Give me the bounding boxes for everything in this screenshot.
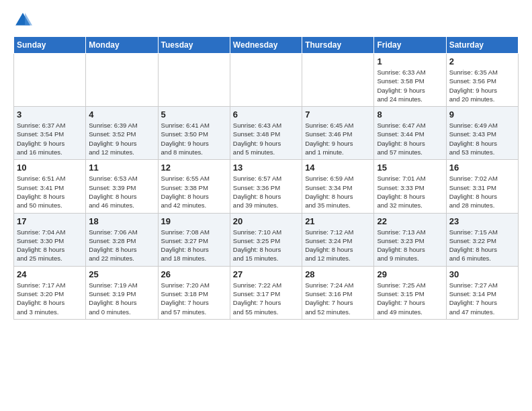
day-detail: Sunrise: 7:02 AM Sunset: 3:31 PM Dayligh… xyxy=(449,174,515,210)
day-number: 18 xyxy=(89,216,154,226)
col-header-friday: Friday xyxy=(374,37,446,54)
day-number: 20 xyxy=(233,216,299,226)
week-row-5: 24Sunrise: 7:17 AM Sunset: 3:20 PM Dayli… xyxy=(14,266,519,319)
logo xyxy=(13,11,35,30)
header-row: SundayMondayTuesdayWednesdayThursdayFrid… xyxy=(14,37,519,54)
week-row-4: 17Sunrise: 7:04 AM Sunset: 3:30 PM Dayli… xyxy=(14,213,519,266)
col-header-saturday: Saturday xyxy=(446,37,518,54)
day-detail: Sunrise: 6:57 AM Sunset: 3:36 PM Dayligh… xyxy=(233,174,299,210)
day-cell: 4Sunrise: 6:39 AM Sunset: 3:52 PM Daylig… xyxy=(86,107,158,160)
week-row-2: 3Sunrise: 6:37 AM Sunset: 3:54 PM Daylig… xyxy=(14,107,519,160)
svg-marker-1 xyxy=(25,13,32,26)
day-cell: 24Sunrise: 7:17 AM Sunset: 3:20 PM Dayli… xyxy=(14,266,86,319)
page: SundayMondayTuesdayWednesdayThursdayFrid… xyxy=(0,0,532,326)
day-detail: Sunrise: 7:17 AM Sunset: 3:20 PM Dayligh… xyxy=(17,281,83,316)
week-row-3: 10Sunrise: 6:51 AM Sunset: 3:41 PM Dayli… xyxy=(14,160,519,213)
day-number: 16 xyxy=(449,163,515,173)
day-detail: Sunrise: 6:55 AM Sunset: 3:38 PM Dayligh… xyxy=(161,174,227,210)
day-number: 10 xyxy=(17,163,83,173)
day-detail: Sunrise: 6:47 AM Sunset: 3:44 PM Dayligh… xyxy=(377,121,443,156)
day-cell: 21Sunrise: 7:12 AM Sunset: 3:24 PM Dayli… xyxy=(302,213,374,266)
day-detail: Sunrise: 7:25 AM Sunset: 3:15 PM Dayligh… xyxy=(377,281,443,316)
day-detail: Sunrise: 6:49 AM Sunset: 3:43 PM Dayligh… xyxy=(449,121,515,156)
day-number: 2 xyxy=(449,56,515,66)
day-cell: 20Sunrise: 7:10 AM Sunset: 3:25 PM Dayli… xyxy=(230,213,302,266)
day-number: 23 xyxy=(449,216,515,226)
day-cell: 23Sunrise: 7:15 AM Sunset: 3:22 PM Dayli… xyxy=(446,213,518,266)
day-cell xyxy=(302,54,374,107)
day-detail: Sunrise: 7:15 AM Sunset: 3:22 PM Dayligh… xyxy=(449,228,515,263)
day-number: 28 xyxy=(305,269,371,279)
day-cell: 13Sunrise: 6:57 AM Sunset: 3:36 PM Dayli… xyxy=(230,160,302,213)
day-cell: 2Sunrise: 6:35 AM Sunset: 3:56 PM Daylig… xyxy=(446,54,518,107)
day-number: 21 xyxy=(305,216,371,226)
day-cell: 22Sunrise: 7:13 AM Sunset: 3:23 PM Dayli… xyxy=(374,213,446,266)
day-number: 1 xyxy=(377,56,443,66)
day-cell xyxy=(14,54,86,107)
day-number: 15 xyxy=(377,163,443,173)
day-cell: 28Sunrise: 7:24 AM Sunset: 3:16 PM Dayli… xyxy=(302,266,374,319)
day-cell xyxy=(230,54,302,107)
day-number: 27 xyxy=(233,269,299,279)
day-cell: 16Sunrise: 7:02 AM Sunset: 3:31 PM Dayli… xyxy=(446,160,518,213)
day-detail: Sunrise: 6:53 AM Sunset: 3:39 PM Dayligh… xyxy=(89,174,154,210)
day-number: 9 xyxy=(449,109,515,120)
day-cell: 6Sunrise: 6:43 AM Sunset: 3:48 PM Daylig… xyxy=(230,107,302,160)
week-row-1: 1Sunrise: 6:33 AM Sunset: 3:58 PM Daylig… xyxy=(14,54,519,107)
calendar-table: SundayMondayTuesdayWednesdayThursdayFrid… xyxy=(13,36,519,320)
day-number: 24 xyxy=(17,269,83,279)
day-number: 17 xyxy=(17,216,83,226)
day-detail: Sunrise: 6:45 AM Sunset: 3:46 PM Dayligh… xyxy=(305,121,371,156)
day-detail: Sunrise: 6:35 AM Sunset: 3:56 PM Dayligh… xyxy=(449,68,515,103)
day-cell: 17Sunrise: 7:04 AM Sunset: 3:30 PM Dayli… xyxy=(14,213,86,266)
day-detail: Sunrise: 7:27 AM Sunset: 3:14 PM Dayligh… xyxy=(449,281,515,316)
header xyxy=(13,11,519,30)
day-number: 13 xyxy=(233,163,299,173)
col-header-tuesday: Tuesday xyxy=(158,37,230,54)
day-detail: Sunrise: 6:59 AM Sunset: 3:34 PM Dayligh… xyxy=(305,174,371,210)
day-detail: Sunrise: 7:22 AM Sunset: 3:17 PM Dayligh… xyxy=(233,281,299,316)
day-number: 30 xyxy=(449,269,515,279)
day-number: 26 xyxy=(161,269,227,279)
day-cell: 9Sunrise: 6:49 AM Sunset: 3:43 PM Daylig… xyxy=(446,107,518,160)
day-cell: 26Sunrise: 7:20 AM Sunset: 3:18 PM Dayli… xyxy=(158,266,230,319)
day-number: 29 xyxy=(377,269,443,279)
day-cell: 19Sunrise: 7:08 AM Sunset: 3:27 PM Dayli… xyxy=(158,213,230,266)
day-cell: 29Sunrise: 7:25 AM Sunset: 3:15 PM Dayli… xyxy=(374,266,446,319)
day-cell: 7Sunrise: 6:45 AM Sunset: 3:46 PM Daylig… xyxy=(302,107,374,160)
day-cell: 27Sunrise: 7:22 AM Sunset: 3:17 PM Dayli… xyxy=(230,266,302,319)
day-number: 22 xyxy=(377,216,443,226)
day-cell xyxy=(158,54,230,107)
day-detail: Sunrise: 6:41 AM Sunset: 3:50 PM Dayligh… xyxy=(161,121,227,156)
col-header-wednesday: Wednesday xyxy=(230,37,302,54)
day-detail: Sunrise: 7:12 AM Sunset: 3:24 PM Dayligh… xyxy=(305,228,371,263)
day-detail: Sunrise: 7:19 AM Sunset: 3:19 PM Dayligh… xyxy=(89,281,154,316)
day-cell: 10Sunrise: 6:51 AM Sunset: 3:41 PM Dayli… xyxy=(14,160,86,213)
day-number: 8 xyxy=(377,109,443,120)
day-cell: 18Sunrise: 7:06 AM Sunset: 3:28 PM Dayli… xyxy=(86,213,158,266)
day-detail: Sunrise: 6:43 AM Sunset: 3:48 PM Dayligh… xyxy=(233,121,299,156)
col-header-monday: Monday xyxy=(86,37,158,54)
day-detail: Sunrise: 7:13 AM Sunset: 3:23 PM Dayligh… xyxy=(377,228,443,263)
day-detail: Sunrise: 7:20 AM Sunset: 3:18 PM Dayligh… xyxy=(161,281,227,316)
day-number: 19 xyxy=(161,216,227,226)
day-cell: 5Sunrise: 6:41 AM Sunset: 3:50 PM Daylig… xyxy=(158,107,230,160)
col-header-thursday: Thursday xyxy=(302,37,374,54)
day-number: 12 xyxy=(161,163,227,173)
day-cell: 30Sunrise: 7:27 AM Sunset: 3:14 PM Dayli… xyxy=(446,266,518,319)
day-cell: 15Sunrise: 7:01 AM Sunset: 3:33 PM Dayli… xyxy=(374,160,446,213)
day-cell: 1Sunrise: 6:33 AM Sunset: 3:58 PM Daylig… xyxy=(374,54,446,107)
day-cell xyxy=(86,54,158,107)
day-detail: Sunrise: 6:51 AM Sunset: 3:41 PM Dayligh… xyxy=(17,174,83,210)
day-detail: Sunrise: 7:01 AM Sunset: 3:33 PM Dayligh… xyxy=(377,174,443,210)
day-cell: 3Sunrise: 6:37 AM Sunset: 3:54 PM Daylig… xyxy=(14,107,86,160)
day-cell: 11Sunrise: 6:53 AM Sunset: 3:39 PM Dayli… xyxy=(86,160,158,213)
day-cell: 25Sunrise: 7:19 AM Sunset: 3:19 PM Dayli… xyxy=(86,266,158,319)
day-number: 11 xyxy=(89,163,154,173)
day-cell: 14Sunrise: 6:59 AM Sunset: 3:34 PM Dayli… xyxy=(302,160,374,213)
day-cell: 8Sunrise: 6:47 AM Sunset: 3:44 PM Daylig… xyxy=(374,107,446,160)
day-number: 4 xyxy=(89,109,154,120)
day-detail: Sunrise: 7:08 AM Sunset: 3:27 PM Dayligh… xyxy=(161,228,227,263)
day-cell: 12Sunrise: 6:55 AM Sunset: 3:38 PM Dayli… xyxy=(158,160,230,213)
day-detail: Sunrise: 7:04 AM Sunset: 3:30 PM Dayligh… xyxy=(17,228,83,263)
